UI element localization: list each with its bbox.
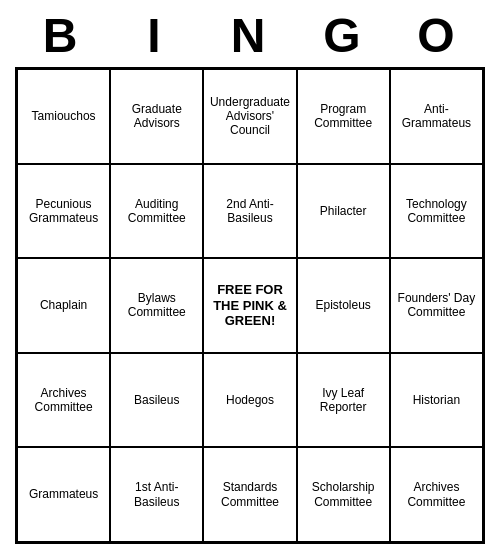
bingo-cell-9: Technology Committee (390, 164, 483, 259)
bingo-cell-18: Ivy Leaf Reporter (297, 353, 390, 448)
bingo-cell-13: Epistoleus (297, 258, 390, 353)
bingo-cell-1: Graduate Advisors (110, 69, 203, 164)
bingo-cell-16: Basileus (110, 353, 203, 448)
bingo-cell-11: Bylaws Committee (110, 258, 203, 353)
letter-g: G (297, 8, 391, 63)
bingo-cell-6: Auditing Committee (110, 164, 203, 259)
bingo-cell-14: Founders' Day Committee (390, 258, 483, 353)
bingo-cell-7: 2nd Anti-Basileus (203, 164, 296, 259)
letter-n: N (203, 8, 297, 63)
bingo-grid: TamiouchosGraduate AdvisorsUndergraduate… (15, 67, 485, 544)
bingo-cell-19: Historian (390, 353, 483, 448)
bingo-title: B I N G O (15, 0, 485, 67)
bingo-cell-15: Archives Committee (17, 353, 110, 448)
bingo-cell-22: Standards Committee (203, 447, 296, 542)
bingo-cell-17: Hodegos (203, 353, 296, 448)
bingo-cell-3: Program Committee (297, 69, 390, 164)
letter-i: I (109, 8, 203, 63)
bingo-cell-10: Chaplain (17, 258, 110, 353)
bingo-cell-21: 1st Anti-Basileus (110, 447, 203, 542)
bingo-cell-23: Scholarship Committee (297, 447, 390, 542)
bingo-cell-20: Grammateus (17, 447, 110, 542)
bingo-cell-24: Archives Committee (390, 447, 483, 542)
letter-o: O (391, 8, 485, 63)
bingo-cell-4: Anti-Grammateus (390, 69, 483, 164)
bingo-cell-2: Undergraduate Advisors' Council (203, 69, 296, 164)
bingo-cell-0: Tamiouchos (17, 69, 110, 164)
bingo-cell-8: Philacter (297, 164, 390, 259)
bingo-cell-12: FREE FOR THE PINK & GREEN! (203, 258, 296, 353)
bingo-cell-5: Pecunious Grammateus (17, 164, 110, 259)
letter-b: B (15, 8, 109, 63)
